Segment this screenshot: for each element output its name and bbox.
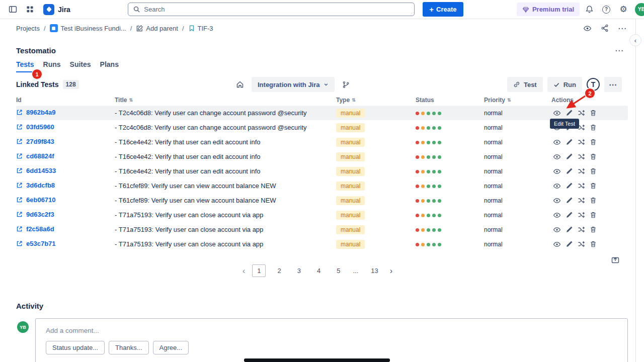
test-id-link[interactable]: 8962b4a9 — [16, 109, 56, 116]
collapse-panel-icon[interactable]: ‹ — [629, 34, 641, 46]
home-icon[interactable] — [233, 78, 247, 91]
app-switcher-icon[interactable] — [22, 2, 37, 17]
delete-test-icon[interactable] — [588, 151, 599, 162]
pagination-next[interactable]: › — [390, 267, 392, 275]
jira-logo[interactable]: Jira — [39, 4, 74, 15]
view-test-icon[interactable] — [551, 239, 562, 250]
view-test-icon[interactable] — [551, 151, 562, 162]
sync-test-icon[interactable] — [576, 166, 587, 177]
sync-test-icon[interactable] — [576, 224, 587, 235]
premium-trial-button[interactable]: Premium trial — [517, 3, 580, 16]
breadcrumb-issue-key[interactable]: TIF-3 — [198, 25, 213, 32]
comment-box[interactable]: Add a comment... Status update...Thanks.… — [35, 318, 628, 362]
delete-test-icon[interactable] — [588, 137, 599, 148]
tab-suites[interactable]: Suites — [70, 60, 91, 72]
breadcrumb-projects[interactable]: Projects — [16, 25, 40, 32]
test-id-link[interactable]: 9d63c2f3 — [16, 211, 54, 218]
page-4[interactable]: 4 — [312, 265, 325, 277]
sync-test-icon[interactable] — [576, 210, 587, 221]
user-avatar[interactable]: YB — [635, 3, 644, 16]
tab-plans[interactable]: Plans — [100, 60, 119, 72]
test-id-link[interactable]: 6eb06710 — [16, 196, 56, 204]
edit-test-icon[interactable] — [564, 166, 575, 177]
more-icon[interactable]: ⋯ — [618, 24, 627, 33]
delete-test-icon[interactable] — [588, 210, 599, 221]
quick-reply-thanks[interactable]: Thanks... — [109, 341, 148, 354]
share-icon[interactable] — [601, 24, 609, 32]
add-parent-button[interactable]: Add parent — [146, 25, 178, 32]
sync-test-icon[interactable] — [576, 239, 587, 250]
quick-reply-status-update[interactable]: Status update... — [46, 341, 105, 354]
integration-select[interactable]: Integration with Jira — [252, 77, 335, 92]
view-test-icon[interactable] — [551, 195, 562, 206]
edit-test-icon[interactable] — [564, 180, 575, 192]
edit-test-icon[interactable] — [564, 224, 575, 235]
sync-test-icon[interactable] — [576, 180, 587, 192]
delete-test-icon[interactable] — [588, 180, 599, 192]
table-row[interactable]: f2c58a6d - T71a75193: Verify user can cl… — [16, 222, 628, 237]
test-id-link[interactable]: cd68824f — [16, 152, 54, 160]
search-input[interactable] — [144, 6, 410, 13]
test-id-link[interactable]: 3d6dcfb8 — [16, 182, 55, 189]
edit-test-icon[interactable] — [564, 151, 575, 162]
quick-reply-agree[interactable]: Agree... — [153, 341, 189, 354]
table-row[interactable]: e53c7b71 - T71a75193: Verify user can cl… — [16, 237, 628, 251]
column-header-type[interactable]: Type⇅ — [336, 97, 416, 104]
page-1[interactable]: 1 — [252, 264, 266, 277]
settings-icon[interactable]: ⚙ — [616, 2, 631, 17]
test-id-link[interactable]: 27d9f843 — [16, 138, 54, 145]
test-id-link[interactable]: 03fd5960 — [16, 123, 54, 131]
view-test-icon[interactable] — [551, 180, 562, 192]
sync-test-icon[interactable] — [576, 137, 587, 148]
create-button[interactable]: + Create — [423, 2, 463, 17]
export-icon[interactable] — [611, 255, 620, 264]
column-header-title[interactable]: Title⇅ — [115, 97, 336, 104]
view-test-icon[interactable] — [551, 166, 562, 177]
table-row[interactable]: 8962b4a9 - T2c4c06d8: Verify user can ch… — [16, 106, 628, 120]
page-13[interactable]: 13 — [366, 265, 382, 277]
panel-more-icon[interactable]: ⋯ — [615, 46, 624, 55]
run-button[interactable]: Run — [547, 77, 582, 92]
tab-runs[interactable]: Runs — [43, 60, 61, 72]
table-row[interactable]: cd68824f - T16ce4e42: Verify that user c… — [16, 149, 628, 164]
view-test-icon[interactable] — [551, 137, 562, 148]
delete-test-icon[interactable] — [588, 195, 599, 206]
sync-test-icon[interactable] — [576, 151, 587, 162]
watch-icon[interactable] — [583, 24, 592, 33]
edit-test-icon[interactable] — [564, 137, 575, 148]
edit-test-icon[interactable] — [564, 195, 575, 206]
page-3[interactable]: 3 — [293, 265, 305, 277]
delete-test-icon[interactable] — [588, 239, 599, 250]
branch-icon[interactable] — [340, 78, 353, 91]
edit-test-icon[interactable] — [564, 210, 575, 221]
delete-test-icon[interactable] — [588, 166, 599, 177]
page-2[interactable]: 2 — [273, 265, 285, 277]
status-dots — [416, 197, 484, 204]
help-icon[interactable]: ? — [599, 2, 614, 17]
test-id-link[interactable]: f2c58a6d — [16, 225, 54, 233]
delete-test-icon[interactable] — [588, 224, 599, 235]
edit-test-icon[interactable] — [564, 239, 575, 250]
sidebar-toggle-icon[interactable] — [5, 2, 20, 17]
test-id-link[interactable]: e53c7b71 — [16, 240, 56, 247]
table-row[interactable]: 9d63c2f3 - T71a75193: Verify user can cl… — [16, 208, 628, 222]
column-header-priority[interactable]: Priority⇅ — [484, 97, 551, 104]
breadcrumb-project[interactable]: Test iBusiness Fundi... — [61, 25, 126, 32]
delete-test-icon[interactable] — [588, 122, 599, 133]
tab-tests[interactable]: Tests — [16, 60, 34, 72]
more-actions-button[interactable]: ⋯ — [604, 77, 622, 92]
global-search[interactable] — [128, 3, 415, 16]
table-row[interactable]: 27d9f843 - T16ce4e42: Verify that user c… — [16, 135, 628, 149]
notifications-icon[interactable] — [582, 2, 597, 17]
table-row[interactable]: 03fd5960 - T2c4c06d8: Verify user can ch… — [16, 120, 628, 135]
table-row[interactable]: 3d6dcfb8 - T61cfef89: Verify user can vi… — [16, 178, 628, 193]
view-test-icon[interactable] — [551, 210, 562, 221]
test-button[interactable]: Test — [507, 77, 543, 92]
sync-test-icon[interactable] — [576, 195, 587, 206]
table-row[interactable]: 6eb06710 - T61cfef89: Verify user can vi… — [16, 193, 628, 208]
page-5[interactable]: 5 — [332, 265, 345, 277]
pagination-prev[interactable]: ‹ — [243, 267, 245, 275]
view-test-icon[interactable] — [551, 224, 562, 235]
table-row[interactable]: 6dd14533 - T16ce4e42: Verify that user c… — [16, 164, 628, 178]
test-id-link[interactable]: 6dd14533 — [16, 167, 56, 174]
